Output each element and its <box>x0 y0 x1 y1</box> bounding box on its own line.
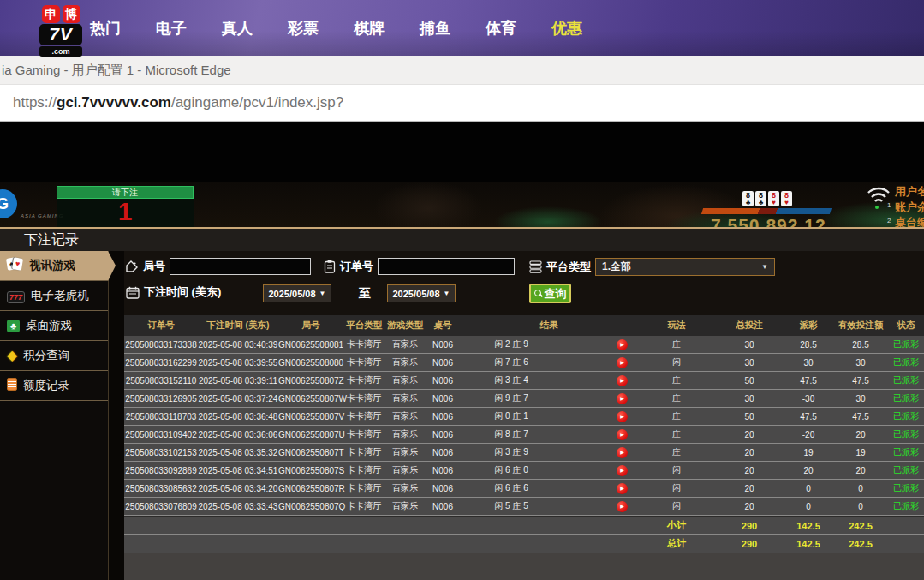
table-footer-area <box>124 553 924 580</box>
platform-filter-label: 平台类型 <box>546 260 591 275</box>
play-icon[interactable]: ▶ <box>617 375 628 386</box>
nav-item-7[interactable]: 体育 <box>486 18 516 39</box>
play-icon[interactable]: ▶ <box>617 501 628 512</box>
sidebar-item-label: 视讯游戏 <box>29 258 75 273</box>
total-bet: 290 <box>715 521 784 531</box>
nav-item-4[interactable]: 彩票 <box>288 18 319 39</box>
valid-bet-cell: 20 <box>833 466 888 475</box>
valid-bet-cell: 30 <box>833 358 888 368</box>
sidebar-item-4[interactable]: ◆积分查询 <box>0 341 108 371</box>
play-icon[interactable]: ▶ <box>617 339 628 350</box>
time-cell: 2025-05-08 03:34:20 <box>198 484 278 493</box>
result-text: 闲 6 庄 0 <box>460 464 563 476</box>
bet-records-table: 订单号下注时间 (美东)局号平台类型游戏类型桌号结果玩法总投注派彩有效投注额状态… <box>124 315 924 553</box>
platform-list-icon <box>529 260 542 273</box>
logo-badge-1: 申 <box>42 5 60 23</box>
logo-badges: 申 博 <box>42 5 80 23</box>
round-cell: GN0062550807T <box>278 448 343 457</box>
result-text: 闲 9 庄 7 <box>460 392 563 404</box>
result-cell: 闲 7 庄 6▶ <box>460 354 638 371</box>
platform-cell: 卡卡湾厅 <box>343 338 385 350</box>
platform-cell: 卡卡湾厅 <box>343 374 385 386</box>
play-type-cell: 庄 <box>638 392 715 404</box>
play-icon[interactable]: ▶ <box>617 483 628 494</box>
game-cell: 百家乐 <box>385 374 426 386</box>
sidebar-item-5[interactable]: 额度记录 <box>0 371 108 401</box>
play-icon[interactable]: ▶ <box>617 429 628 440</box>
play-icon[interactable]: ▶ <box>617 357 628 368</box>
table-no-cell: N006 <box>426 340 460 350</box>
round-filter-label: 局号 <box>143 259 165 274</box>
platform-cell: 卡卡湾厅 <box>343 446 385 458</box>
result-text: 闲 3 庄 4 <box>460 374 563 386</box>
sidebar-item-3[interactable]: ♣桌面游戏 <box>0 311 108 341</box>
play-icon[interactable]: ▶ <box>617 411 628 422</box>
bet-cell: 20 <box>715 466 784 475</box>
bet-cell: 20 <box>715 502 784 511</box>
document-icon <box>7 378 17 393</box>
table-row: 2505080331187032025-05-08 03:36:48GN0062… <box>124 408 924 426</box>
url-domain: gci.7vvvvvv.com <box>57 94 171 111</box>
play-icon[interactable]: ▶ <box>617 465 628 476</box>
valid-bet-cell: 19 <box>833 448 888 457</box>
url-scheme: https:// <box>13 94 57 111</box>
bet-meter-bar <box>701 208 832 214</box>
column-header: 游戏类型 <box>385 320 426 332</box>
date-to-select[interactable]: 2025/05/08 ▼ <box>387 284 456 302</box>
order-input[interactable] <box>378 258 515 275</box>
round-input[interactable] <box>170 258 311 275</box>
main-area: ♠♥视讯游戏777电子老虎机♣桌面游戏◆积分查询额度记录 局号 订单号 <box>0 251 924 580</box>
sidebar-item-1[interactable]: ♠♥视讯游戏 <box>0 251 108 281</box>
sidebar-item-2[interactable]: 777电子老虎机 <box>0 281 108 311</box>
column-header: 下注时间 (美东) <box>198 320 278 332</box>
platform-select[interactable]: 1.全部 ▼ <box>595 258 775 276</box>
nav-item-3[interactable]: 真人 <box>222 18 253 39</box>
sidebar-item-label: 电子老虎机 <box>31 288 89 303</box>
platform-cell: 卡卡湾厅 <box>343 410 385 422</box>
site-nav-menu: 热门电子真人彩票棋牌捕鱼体育优惠 <box>0 0 924 56</box>
payout-cell: -30 <box>784 394 833 404</box>
nav-item-2[interactable]: 电子 <box>156 18 187 39</box>
table-row: 2505080331733382025-05-08 03:40:39GN0062… <box>124 336 924 354</box>
play-icon[interactable]: ▶ <box>617 393 628 404</box>
url-path: /agingame/pcv1/index.jsp? <box>171 94 343 111</box>
column-header: 总投注 <box>715 320 784 332</box>
payout-cell: 47.5 <box>784 376 833 386</box>
time-cell: 2025-05-08 03:34:51 <box>198 466 278 475</box>
round-cell: GN0062550807Q <box>278 502 343 511</box>
screen: 申 博 7V .com 热门电子真人彩票棋牌捕鱼体育优惠 ia Gaming -… <box>0 0 924 580</box>
nav-item-8[interactable]: 优惠 <box>551 18 582 39</box>
table-row: 2505080330768092025-05-08 03:33:43GN0062… <box>124 498 924 516</box>
result-cell: 闲 0 庄 1▶ <box>460 408 638 425</box>
play-type-cell: 闲 <box>638 500 715 512</box>
result-cell: 闲 8 庄 7▶ <box>460 426 638 443</box>
round-cell: GN0062550807Z <box>278 376 343 386</box>
table-row: 2505080331021532025-05-08 03:35:32GN0062… <box>124 444 924 462</box>
nav-item-1[interactable]: 热门 <box>90 18 121 39</box>
table-no-cell: N006 <box>426 394 460 404</box>
order-cell: 250508033162299 <box>124 358 198 368</box>
date-from-select[interactable]: 2025/05/08 ▼ <box>263 284 331 302</box>
marker-1: 1 <box>887 201 891 209</box>
round-cell: GN0062550807S <box>278 466 343 475</box>
round-cell: GN0062550807R <box>278 484 343 493</box>
chevron-down-icon: ▼ <box>319 290 326 297</box>
site-logo[interactable]: 申 博 7V .com <box>39 5 83 57</box>
status-badge: 已派彩 <box>888 428 924 440</box>
total-valid: 242.5 <box>833 539 888 549</box>
playing-card: 8♣ <box>742 191 754 206</box>
clipboard-icon <box>324 260 336 273</box>
valid-bet-cell: 47.5 <box>833 412 888 422</box>
browser-address-bar[interactable]: https://gci.7vvvvvv.com/agingame/pcv1/in… <box>0 85 924 122</box>
order-cell: 250508033109402 <box>124 430 198 439</box>
table-no-cell: N006 <box>426 448 460 457</box>
search-button[interactable]: 查询 <box>529 284 571 303</box>
nav-item-5[interactable]: 棋牌 <box>354 18 385 39</box>
time-cell: 2025-05-08 03:37:24 <box>198 394 278 404</box>
nav-item-6[interactable]: 捕鱼 <box>420 18 450 39</box>
slot-777-icon: 777 <box>7 290 25 302</box>
chevron-down-icon: ▼ <box>761 263 768 271</box>
game-cell: 百家乐 <box>385 500 426 512</box>
play-icon[interactable]: ▶ <box>617 447 628 458</box>
order-cell: 250508033092869 <box>124 466 198 475</box>
